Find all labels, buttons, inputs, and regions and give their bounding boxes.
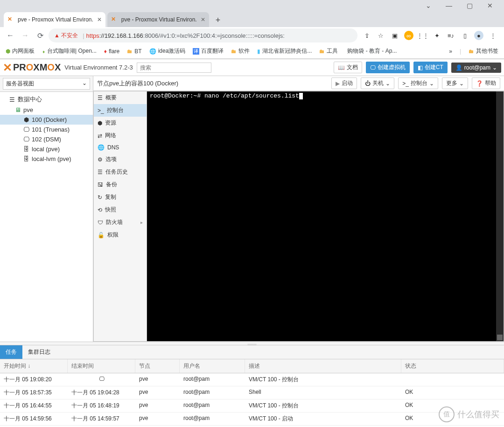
menu-snapshot[interactable]: ⟲快照 xyxy=(94,203,147,216)
col-end-time[interactable]: 结束时间 xyxy=(68,359,135,373)
more-button[interactable]: 更多 ⌄ xyxy=(442,77,468,89)
bookmark-item[interactable]: 购物袋 - 教育 - Ap... xyxy=(345,47,397,55)
bookmark-item[interactable]: 🖿软件 xyxy=(231,47,250,55)
pve-header: ✕PROXMOX Virtual Environment 7.2-3 📖文档 🖵… xyxy=(0,59,504,76)
tree-vm-102[interactable]: 🖵102 (DSM) xyxy=(0,134,93,144)
menu-network[interactable]: ⇄网络 xyxy=(94,129,147,142)
bookmark-item[interactable]: ⬢内网面板 xyxy=(6,47,35,55)
col-node[interactable]: 节点 xyxy=(135,359,180,373)
task-row[interactable]: 十一月 05 16:44:55十一月 05 16:48:19pveroot@pa… xyxy=(0,399,504,413)
shutdown-button[interactable]: ⏻关机 ⌄ xyxy=(361,77,394,89)
start-button[interactable]: ▶启动 xyxy=(331,77,357,89)
help-button[interactable]: ❓帮助 xyxy=(472,77,500,89)
bookmark-item[interactable]: 译百度翻译 xyxy=(193,47,224,55)
ext3-icon[interactable]: ⋮⋮ xyxy=(418,31,427,40)
tab-tasks[interactable]: 任务 xyxy=(0,345,22,359)
console-button[interactable]: >_控制台 ⌄ xyxy=(398,77,438,89)
col-desc[interactable]: 描述 xyxy=(245,359,401,373)
menu-firewall[interactable]: 🛡防火墙▸ xyxy=(94,216,147,229)
task-row[interactable]: 十一月 05 14:59:56十一月 05 14:59:57pveroot@pa… xyxy=(0,413,504,426)
other-bookmarks[interactable]: 🖿其他书签 xyxy=(469,47,498,55)
minimize-icon[interactable]: — xyxy=(439,1,459,10)
reading-list-icon[interactable]: ≡♪ xyxy=(446,31,455,40)
panel-icon[interactable]: ▯ xyxy=(460,31,469,40)
bookmark-item[interactable]: 🌐idea激活码 xyxy=(149,47,186,55)
menu-icon[interactable]: ⋮ xyxy=(488,31,497,40)
tree-lxc-100[interactable]: ⬢100 (Docker) xyxy=(0,115,93,125)
window-controls: ⌄ — ▢ ✕ xyxy=(0,0,504,11)
create-ct-button[interactable]: ◧创建CT xyxy=(413,62,448,73)
address-bar[interactable]: ▲ 不安全 | https://192.168.1.166:8006/#v1:0… xyxy=(49,28,357,42)
menu-console[interactable]: >_控制台 xyxy=(94,104,147,117)
task-row[interactable]: 十一月 05 19:08:20🖵pveroot@pamVM/CT 100 - 控… xyxy=(0,373,504,386)
proxmox-logo: ✕PROXMOX xyxy=(3,61,61,74)
tree-storage-local[interactable]: 🗄local (pve) xyxy=(0,144,93,154)
book-icon: 📖 xyxy=(338,64,345,71)
menu-replication[interactable]: ↻复制 xyxy=(94,191,147,203)
retweet-icon: ↻ xyxy=(98,194,102,201)
task-row[interactable]: 十一月 05 18:57:35十一月 05 19:04:28pveroot@pa… xyxy=(0,386,504,399)
cube-icon: ⬢ xyxy=(22,116,30,123)
proxmox-favicon-icon: ✕ xyxy=(111,16,119,23)
forward-icon[interactable]: → xyxy=(19,29,32,42)
ext2-icon[interactable]: ∞ xyxy=(404,31,413,40)
puzzle-icon[interactable]: ✦ xyxy=(432,31,441,40)
tree-storage-local-lvm[interactable]: 🗄local-lvm (pve) xyxy=(0,154,93,164)
bookmark-item[interactable]: ▮湖北省新冠肺炎信... xyxy=(257,47,312,55)
menu-options[interactable]: ⚙选项 xyxy=(94,153,147,166)
pve-version: Virtual Environment 7.2-3 xyxy=(64,64,133,71)
create-vm-button[interactable]: 🖵创建虚拟机 xyxy=(366,62,410,73)
col-user[interactable]: 用户名 xyxy=(180,359,245,373)
star-icon[interactable]: ☆ xyxy=(376,31,385,40)
power-icon: ⏻ xyxy=(365,80,371,87)
avatar-icon[interactable]: ● xyxy=(474,31,483,40)
col-start-time[interactable]: 开始时间 ↓ xyxy=(0,359,68,373)
extension-icons: ⇪ ☆ ▣ ∞ ⋮⋮ ✦ ≡♪ ▯ ● ⋮ xyxy=(359,31,500,40)
menu-permissions[interactable]: 🔓权限 xyxy=(94,229,147,241)
monitor-icon: 🖵 xyxy=(71,376,132,382)
user-menu-button[interactable]: 👤root@pam ⌄ xyxy=(451,63,501,73)
pve-body: 服务器视图⌄ ☰数据中心 🖥pve ⬢100 (Docker) 🖵101 (Tr… xyxy=(0,76,504,342)
help-icon: ❓ xyxy=(476,80,483,87)
tab-close-icon[interactable]: ✕ xyxy=(97,16,102,23)
search-input[interactable] xyxy=(137,63,211,73)
menu-resources[interactable]: ⬢资源 xyxy=(94,117,147,129)
browser-tabs: ✕ pve - Proxmox Virtual Environ. ✕ ✕ pve… xyxy=(0,11,504,27)
play-icon: ▶ xyxy=(336,80,340,87)
back-icon[interactable]: ← xyxy=(4,29,17,42)
tree-view-selector[interactable]: 服务器视图⌄ xyxy=(0,76,93,92)
splitter[interactable]: ═══ xyxy=(0,342,504,345)
tab-close-icon[interactable]: ✕ xyxy=(201,16,205,23)
terminal-icon: >_ xyxy=(402,80,409,87)
bookmark-item[interactable]: 🖿工具 xyxy=(319,47,338,55)
reload-icon[interactable]: ⟳ xyxy=(34,29,47,42)
menu-dns[interactable]: 🌐DNS xyxy=(94,142,147,153)
browser-tab-active[interactable]: ✕ pve - Proxmox Virtual Environ. ✕ xyxy=(4,12,105,27)
docs-button[interactable]: 📖文档 xyxy=(334,62,362,73)
bookmark-item[interactable]: ♦flare xyxy=(104,48,119,55)
share-icon[interactable]: ⇪ xyxy=(362,31,371,40)
resource-tree: 服务器视图⌄ ☰数据中心 🖥pve ⬢100 (Docker) 🖵101 (Tr… xyxy=(0,76,93,342)
bookmarks-overflow[interactable]: » xyxy=(449,48,452,55)
close-icon[interactable]: ✕ xyxy=(480,1,500,10)
notes-icon: ☰ xyxy=(98,95,103,101)
scrollbar[interactable] xyxy=(496,91,504,341)
terminal-console[interactable]: root@Docker:~# nano /etc/apt/sources.lis… xyxy=(147,91,504,341)
ext1-icon[interactable]: ▣ xyxy=(390,31,399,40)
new-tab-button[interactable]: + xyxy=(211,14,225,27)
chevron-down-icon[interactable]: ⌄ xyxy=(418,1,439,10)
tab-cluster-log[interactable]: 集群日志 xyxy=(22,345,56,359)
maximize-icon[interactable]: ▢ xyxy=(459,1,480,10)
tree-vm-101[interactable]: 🖵101 (Truenas) xyxy=(0,125,93,134)
tree-node-pve[interactable]: 🖥pve xyxy=(0,105,93,115)
menu-task-history[interactable]: ☰任务历史 xyxy=(94,166,147,178)
disk-icon: 🗄 xyxy=(22,146,30,153)
bookmark-item[interactable]: ⬧台式咖啡湖| Open... xyxy=(42,47,97,55)
watermark-icon: 值 xyxy=(439,406,455,422)
menu-summary[interactable]: ☰概要 xyxy=(94,91,147,104)
tree-datacenter[interactable]: ☰数据中心 xyxy=(0,94,93,105)
menu-backup[interactable]: 🖫备份 xyxy=(94,178,147,191)
bookmark-item[interactable]: 🖿BT xyxy=(127,48,141,55)
browser-tab[interactable]: ✕ pve - Proxmox Virtual Environ. ✕ xyxy=(107,12,209,27)
col-status[interactable]: 状态 xyxy=(401,359,504,373)
